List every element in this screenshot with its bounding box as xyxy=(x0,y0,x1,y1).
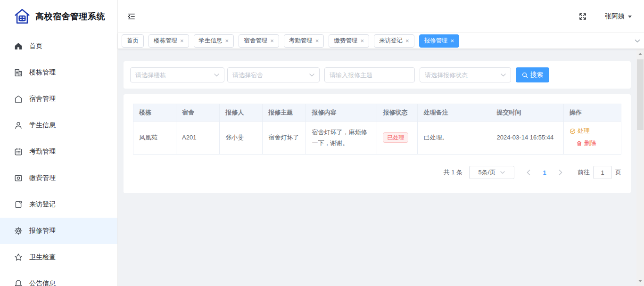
sidebar-item-notices[interactable]: 公告信息 xyxy=(0,270,117,286)
page-unit-label: 页 xyxy=(615,168,621,177)
page-size-value: 5条/页 xyxy=(479,168,496,177)
close-icon[interactable]: × xyxy=(360,38,364,44)
scrollbar-thumb[interactable] xyxy=(637,59,644,130)
sidebar-item-buildings[interactable]: 楼栋管理 xyxy=(0,59,117,86)
sidebar-item-payments[interactable]: 缴费管理 xyxy=(0,165,117,191)
cell-reporter: 张小斐 xyxy=(220,122,263,155)
sidebar-item-dorms[interactable]: 宿舍管理 xyxy=(0,86,117,112)
col-subject: 报修主题 xyxy=(263,104,306,122)
cell-actions: 处理 删除 xyxy=(563,122,621,155)
sidebar-menu: 首页 楼栋管理 宿舍管理 学生信息 考勤管理 缴费管理 xyxy=(0,33,117,286)
goto-page-input[interactable] xyxy=(593,166,612,179)
prev-page-button[interactable] xyxy=(522,166,535,179)
current-page[interactable]: 1 xyxy=(538,169,551,176)
sidebar: 高校宿舍管理系统 首页 楼栋管理 宿舍管理 学生信息 考勤管理 xyxy=(0,0,118,286)
subject-input[interactable] xyxy=(330,72,410,79)
tab-buildings[interactable]: 楼栋管理× xyxy=(149,34,189,48)
dorm-select[interactable] xyxy=(227,67,320,82)
cell-content: 宿舍灯坏了，麻烦修一下，谢谢。 xyxy=(306,122,377,155)
status-select-input[interactable] xyxy=(425,72,501,79)
chevron-down-icon xyxy=(214,74,219,77)
tab-label: 考勤管理 xyxy=(289,37,313,45)
close-icon[interactable]: × xyxy=(270,38,274,44)
sidebar-item-label: 考勤管理 xyxy=(29,147,56,156)
scroll-up-arrow-icon[interactable] xyxy=(638,53,642,55)
sidebar-item-students[interactable]: 学生信息 xyxy=(0,112,117,139)
topbar: 张阿姨 xyxy=(118,0,644,33)
sidebar-item-label: 公告信息 xyxy=(29,279,56,286)
goto-label: 前往 xyxy=(578,168,590,177)
page-size-select[interactable]: 5条/页 xyxy=(469,166,514,179)
bell-icon xyxy=(14,279,23,286)
caret-down-icon xyxy=(628,16,632,18)
search-button-label: 搜索 xyxy=(530,71,543,79)
tab-label: 学生信息 xyxy=(199,37,223,45)
tab-label: 宿舍管理 xyxy=(244,37,267,45)
subject-input-wrap xyxy=(324,67,415,82)
cell-status: 已处理 xyxy=(377,122,418,155)
fullscreen-icon[interactable] xyxy=(578,12,587,21)
delete-action-link[interactable]: 删除 xyxy=(576,138,596,149)
col-building: 楼栋 xyxy=(133,104,176,122)
close-icon[interactable]: × xyxy=(225,38,229,44)
col-status: 报修状态 xyxy=(377,104,418,122)
search-button[interactable]: 搜索 xyxy=(516,67,549,82)
vertical-scrollbar[interactable] xyxy=(636,49,644,286)
building-icon xyxy=(14,68,23,77)
next-page-button[interactable] xyxy=(554,166,567,179)
chevron-down-icon xyxy=(501,74,506,77)
search-icon xyxy=(522,72,528,78)
sidebar-item-label: 学生信息 xyxy=(29,121,56,130)
sidebar-item-visits[interactable]: 来访登记 xyxy=(0,191,117,218)
sidebar-item-label: 缴费管理 xyxy=(29,174,56,182)
sidebar-item-repairs[interactable]: 报修管理 xyxy=(0,218,117,244)
username: 张阿姨 xyxy=(605,12,625,21)
sidebar-fold-icon[interactable] xyxy=(127,12,136,21)
tab-students[interactable]: 学生信息× xyxy=(194,34,234,48)
tab-home[interactable]: 首页 xyxy=(122,34,144,48)
close-icon[interactable]: × xyxy=(405,38,409,44)
tab-label: 首页 xyxy=(127,37,139,45)
tab-label: 缴费管理 xyxy=(334,37,357,45)
tab-dorms[interactable]: 宿舍管理× xyxy=(239,34,279,48)
sidebar-item-label: 宿舍管理 xyxy=(29,95,56,103)
tab-visits[interactable]: 来访登记× xyxy=(374,34,414,48)
status-select[interactable] xyxy=(420,67,511,82)
user-dropdown[interactable]: 张阿姨 xyxy=(605,12,632,21)
cell-time: 2024-03-14 16:55:44 xyxy=(491,122,563,155)
chevron-down-icon xyxy=(309,74,314,77)
trash-icon xyxy=(576,140,582,147)
payment-icon xyxy=(14,174,23,182)
dorm-select-input[interactable] xyxy=(232,72,309,79)
close-icon[interactable]: × xyxy=(180,38,184,44)
process-action-link[interactable]: 处理 xyxy=(570,126,590,137)
building-select-input[interactable] xyxy=(135,72,214,79)
sidebar-item-home[interactable]: 首页 xyxy=(0,33,117,59)
page-jumper: 前往 页 xyxy=(578,166,621,179)
repairs-table-card: 楼栋 宿舍 报修人 报修主题 报修内容 报修状态 处理备注 提交时间 操作 xyxy=(124,94,631,193)
check-circle-icon xyxy=(570,128,576,134)
col-actions: 操作 xyxy=(563,104,621,122)
filter-bar: 搜索 xyxy=(124,61,631,89)
cell-subject: 宿舍灯坏了 xyxy=(263,122,306,155)
building-select[interactable] xyxy=(130,67,224,82)
sidebar-item-label: 来访登记 xyxy=(29,200,56,209)
cell-dorm: A201 xyxy=(176,122,220,155)
process-action-label: 处理 xyxy=(578,126,590,137)
repair-gear-icon xyxy=(14,227,23,235)
cell-remark: 已处理。 xyxy=(418,122,491,155)
col-reporter: 报修人 xyxy=(220,104,263,122)
tabs-dropdown-chevron-icon[interactable] xyxy=(633,37,642,45)
tab-label: 楼栋管理 xyxy=(154,37,177,45)
col-remark: 处理备注 xyxy=(418,104,491,122)
scroll-down-arrow-icon[interactable] xyxy=(638,280,642,282)
tab-payments[interactable]: 缴费管理× xyxy=(329,34,369,48)
sidebar-item-attendance[interactable]: 考勤管理 xyxy=(0,139,117,165)
status-badge: 已处理 xyxy=(383,132,408,143)
tab-attendance[interactable]: 考勤管理× xyxy=(284,34,324,48)
tab-repairs[interactable]: 报修管理× xyxy=(419,34,460,48)
student-icon xyxy=(14,121,23,130)
sidebar-item-hygiene[interactable]: 卫生检查 xyxy=(0,244,117,270)
close-icon[interactable]: × xyxy=(451,38,454,44)
close-icon[interactable]: × xyxy=(315,38,319,44)
